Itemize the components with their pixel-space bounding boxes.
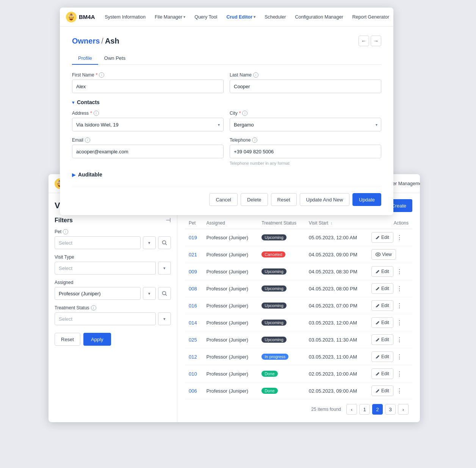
- nav-crud-editor[interactable]: Crud Editor ▾: [222, 12, 259, 22]
- last-name-info-icon[interactable]: i: [253, 72, 258, 78]
- pet-link-009[interactable]: 009: [189, 269, 197, 275]
- cell-visit-start-025: 03.05.2023, 11:30 AM: [305, 331, 368, 348]
- cell-actions-025: Edit ⋮: [368, 331, 412, 348]
- treatment-status-filter-label: Treatment Status i: [55, 305, 171, 310]
- visit-type-dropdown-button[interactable]: ▾: [158, 262, 171, 275]
- city-input[interactable]: [230, 118, 381, 131]
- telephone-info-icon[interactable]: i: [252, 137, 257, 143]
- email-input[interactable]: [72, 145, 224, 158]
- nav-query-tool[interactable]: Query Tool: [191, 12, 221, 22]
- edit-button-012[interactable]: Edit: [371, 351, 393, 362]
- edit-button-009[interactable]: Edit: [371, 266, 393, 277]
- cell-assigned-008: Professor (Juniper): [203, 280, 258, 297]
- address-input[interactable]: [72, 118, 224, 131]
- email-info-icon[interactable]: i: [85, 137, 90, 143]
- nav-scheduler[interactable]: Scheduler: [261, 12, 290, 22]
- first-name-input[interactable]: [72, 80, 224, 93]
- visit-type-filter-group: Visit Type Select ▾: [55, 254, 171, 275]
- treatment-status-filter-select[interactable]: Select: [55, 312, 156, 325]
- cell-visit-start-010: 02.05.2023, 10:00 AM: [305, 365, 368, 382]
- auditable-toggle[interactable]: ▶: [72, 172, 76, 178]
- pet-filter-select[interactable]: Select: [55, 236, 141, 249]
- assigned-filter-select[interactable]: Professor (Juniper): [55, 287, 141, 300]
- view-button-021[interactable]: View: [371, 249, 396, 260]
- page-1-button[interactable]: 1: [359, 404, 370, 415]
- pet-link-010[interactable]: 010: [189, 371, 197, 377]
- last-name-input[interactable]: [230, 80, 381, 93]
- svg-rect-3: [69, 17, 73, 19]
- city-info-icon[interactable]: i: [242, 111, 247, 116]
- page-3-button[interactable]: 3: [385, 404, 396, 415]
- pet-link-025[interactable]: 025: [189, 337, 197, 343]
- filters-collapse-icon[interactable]: ⊣: [166, 217, 171, 224]
- edit-button-016[interactable]: Edit: [371, 300, 393, 311]
- nav-system-information[interactable]: System Information: [101, 12, 150, 22]
- pagination-next-button[interactable]: ›: [398, 404, 409, 415]
- assigned-dropdown-button[interactable]: ▾: [143, 287, 156, 300]
- more-button-016[interactable]: ⋮: [395, 301, 404, 310]
- nav-report-generator[interactable]: Report Generator: [349, 12, 393, 22]
- nav-file-manager[interactable]: File Manager ▾: [151, 12, 189, 22]
- pagination-prev-button[interactable]: ‹: [346, 404, 357, 415]
- delete-button[interactable]: Delete: [241, 193, 268, 206]
- telephone-input[interactable]: [230, 145, 381, 158]
- edit-button-014[interactable]: Edit: [371, 317, 393, 328]
- more-button-025[interactable]: ⋮: [395, 335, 404, 344]
- first-name-info-icon[interactable]: i: [99, 72, 104, 78]
- more-button-019[interactable]: ⋮: [395, 233, 404, 242]
- more-button-008[interactable]: ⋮: [395, 284, 404, 293]
- col-visit-start[interactable]: Visit Start ↕: [305, 217, 368, 229]
- edit-button-008[interactable]: Edit: [371, 283, 393, 294]
- pet-info-icon[interactable]: i: [63, 229, 68, 234]
- pet-link-019[interactable]: 019: [189, 235, 197, 240]
- status-badge-006: Done: [261, 388, 277, 394]
- more-button-006[interactable]: ⋮: [395, 386, 404, 395]
- assigned-search-button[interactable]: [158, 287, 171, 300]
- breadcrumb-link[interactable]: Owners: [72, 37, 100, 45]
- pet-link-014[interactable]: 014: [189, 320, 197, 326]
- table-header-row: Pet Assigned Treatment Status Visit Star…: [185, 217, 412, 229]
- nav-prev-button[interactable]: ←: [359, 36, 369, 46]
- cell-status-021: Canceled: [258, 246, 305, 263]
- nav-next-button[interactable]: →: [371, 36, 381, 46]
- cell-pet-010: 010: [185, 365, 203, 382]
- cancel-button[interactable]: Cancel: [209, 193, 237, 206]
- cell-pet-021: 021: [185, 246, 203, 263]
- reset-button[interactable]: Reset: [271, 193, 297, 206]
- pet-link-008[interactable]: 008: [189, 286, 197, 292]
- treatment-status-info-icon[interactable]: i: [91, 305, 96, 310]
- filter-apply-button[interactable]: Apply: [83, 333, 111, 346]
- page-2-button[interactable]: 2: [372, 404, 383, 415]
- cell-visit-start-006: 02.05.2023, 09:00 AM: [305, 382, 368, 399]
- edit-button-010[interactable]: Edit: [371, 368, 393, 379]
- visit-type-filter-select[interactable]: Select: [55, 262, 156, 275]
- filter-actions: Reset Apply: [55, 333, 171, 346]
- svg-line-15: [166, 295, 167, 296]
- filter-reset-button[interactable]: Reset: [55, 333, 80, 346]
- more-button-014[interactable]: ⋮: [395, 318, 404, 327]
- cell-visit-start-008: 04.05.2023, 08:00 PM: [305, 280, 368, 297]
- more-button-012[interactable]: ⋮: [395, 352, 404, 361]
- edit-button-019[interactable]: Edit: [371, 232, 393, 243]
- pet-search-button[interactable]: [158, 236, 171, 249]
- edit-button-006[interactable]: Edit: [371, 385, 393, 396]
- visit-type-filter-row: Select ▾: [55, 262, 171, 275]
- update-button[interactable]: Update: [352, 193, 381, 206]
- pet-link-016[interactable]: 016: [189, 303, 197, 309]
- tab-profile[interactable]: Profile: [72, 52, 98, 65]
- more-button-009[interactable]: ⋮: [395, 267, 404, 276]
- update-and-new-button[interactable]: Update And New: [300, 193, 350, 206]
- pet-link-012[interactable]: 012: [189, 354, 197, 360]
- contacts-toggle[interactable]: ▾: [72, 100, 75, 105]
- more-button-010[interactable]: ⋮: [395, 369, 404, 378]
- address-info-icon[interactable]: i: [94, 111, 99, 116]
- edit-button-025[interactable]: Edit: [371, 334, 393, 345]
- pet-link-021[interactable]: 021: [189, 252, 197, 257]
- nav-configuration-manager[interactable]: Configuration Manager: [291, 12, 347, 22]
- pet-dropdown-button[interactable]: ▾: [143, 236, 156, 249]
- tab-own-pets[interactable]: Own Pets: [98, 52, 132, 65]
- cell-status-012: In progress: [258, 348, 305, 365]
- treatment-status-dropdown-button[interactable]: ▾: [158, 312, 171, 325]
- city-required: *: [239, 111, 241, 116]
- pet-link-006[interactable]: 006: [189, 388, 197, 394]
